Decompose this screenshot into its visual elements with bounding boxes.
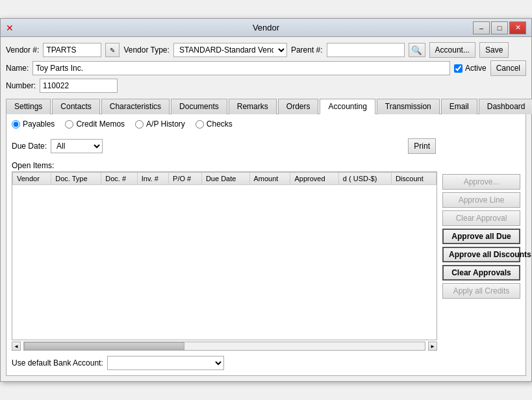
approve-all-due-btn[interactable]: Approve all Due	[442, 229, 520, 244]
radio-ap-history: A/P History	[135, 119, 185, 129]
print-button[interactable]: Print	[408, 138, 436, 154]
credit-memos-label: Credit Memos	[76, 119, 125, 129]
tab-accounting[interactable]: Accounting	[320, 99, 375, 114]
tab-email[interactable]: Email	[441, 99, 477, 114]
tabs-container: Settings Contacts Characteristics Docume…	[6, 98, 526, 114]
col-approved: Approved	[290, 173, 338, 185]
approve-btn[interactable]: Approve...	[442, 174, 520, 190]
due-date-label: Due Date:	[12, 142, 47, 151]
approve-all-discounts-btn[interactable]: Approve all Discounts	[442, 247, 520, 262]
radio-row: Payables Credit Memos A/P History Checks	[12, 119, 520, 129]
name-input[interactable]	[32, 61, 450, 75]
tab-dashboard[interactable]: Dashboard	[479, 99, 532, 114]
open-items-label: Open Items:	[12, 161, 437, 170]
active-checkbox-group: Active	[454, 64, 487, 73]
bank-account-select[interactable]	[107, 356, 224, 370]
col-due-date: Due Date	[201, 173, 249, 185]
main-window: ✕ Vendor – □ ✕ Vendor #: ✎ Vendor Type: …	[0, 18, 532, 382]
approve-line-btn[interactable]: Approve Line	[442, 192, 520, 208]
minimize-button[interactable]: –	[473, 21, 490, 34]
credit-memos-radio[interactable]	[65, 120, 73, 129]
tab-settings[interactable]: Settings	[6, 99, 51, 114]
app-icon: ✕	[6, 23, 14, 33]
title-bar: ✕ Vendor – □ ✕	[1, 19, 531, 37]
number-row: Number:	[6, 79, 526, 93]
name-label: Name:	[6, 64, 29, 73]
window-title: Vendor	[253, 23, 279, 32]
tab-documents[interactable]: Documents	[171, 99, 227, 114]
payables-label: Payables	[23, 119, 55, 129]
radio-checks: Checks	[196, 119, 233, 129]
parent-input[interactable]	[327, 43, 405, 57]
scrollbar-thumb	[24, 342, 184, 350]
active-label: Active	[465, 64, 487, 73]
table-header-row: Vendor Doc. Type Doc. # Inv. # P/O # Due…	[13, 173, 437, 185]
title-bar-controls: – □ ✕	[473, 21, 526, 34]
bank-account-label: Use default Bank Account:	[12, 358, 103, 368]
clear-approvals-btn[interactable]: Clear Approvals	[442, 265, 520, 281]
checks-label: Checks	[207, 119, 233, 129]
checks-radio[interactable]	[196, 120, 204, 129]
clear-approval-btn[interactable]: Clear Approval	[442, 210, 520, 226]
tab-contacts[interactable]: Contacts	[52, 99, 99, 114]
tab-transmission[interactable]: Transmission	[377, 99, 440, 114]
number-input[interactable]	[40, 79, 118, 93]
due-date-row: Due Date: All	[12, 139, 103, 153]
col-usd: d ( USD-$)	[338, 173, 391, 185]
cancel-button[interactable]: Cancel	[490, 60, 526, 76]
col-amount: Amount	[249, 173, 290, 185]
content-area: Vendor #: ✎ Vendor Type: STANDARD-Standa…	[1, 37, 531, 381]
bottom-row: Use default Bank Account:	[12, 356, 520, 370]
title-bar-left: ✕	[6, 23, 14, 33]
parent-search-button[interactable]: 🔍	[409, 43, 425, 57]
tab-orders[interactable]: Orders	[278, 99, 319, 114]
scroll-right-arrow[interactable]: ►	[428, 342, 437, 351]
active-checkbox[interactable]	[454, 64, 462, 73]
col-vendor: Vendor	[13, 173, 51, 185]
ap-history-label: A/P History	[146, 119, 185, 129]
col-inv-num: Inv. #	[137, 173, 168, 185]
button-panel: Approve... Approve Line Clear Approval A…	[442, 161, 520, 351]
vendor-type-label: Vendor Type:	[123, 45, 170, 55]
close-button[interactable]: ✕	[509, 21, 526, 34]
save-button[interactable]: Save	[479, 42, 509, 58]
number-label: Number:	[6, 81, 36, 90]
radio-payables: Payables	[12, 119, 55, 129]
open-items-table: Vendor Doc. Type Doc. # Inv. # P/O # Due…	[12, 172, 437, 185]
vendor-num-input[interactable]	[43, 43, 101, 57]
maximize-button[interactable]: □	[491, 21, 508, 34]
payables-radio[interactable]	[12, 120, 20, 129]
table-area: Open Items: Vendor Doc. Type Doc. # Inv.…	[12, 161, 437, 351]
col-doc-type: Doc. Type	[51, 173, 101, 185]
vendor-type-select[interactable]: STANDARD-Standard Vendor	[173, 43, 287, 57]
due-date-select[interactable]: All	[51, 139, 103, 153]
apply-all-credits-btn[interactable]: Apply all Credits	[442, 283, 520, 299]
main-panel: Payables Credit Memos A/P History Checks	[6, 114, 526, 376]
account-button[interactable]: Account...	[429, 42, 475, 58]
col-po-num: P/O #	[169, 173, 202, 185]
ap-history-radio[interactable]	[135, 120, 144, 129]
vendor-num-label: Vendor #:	[6, 45, 39, 55]
open-items-section: Open Items: Vendor Doc. Type Doc. # Inv.…	[12, 161, 520, 351]
col-doc-num: Doc. #	[101, 173, 137, 185]
radio-credit-memos: Credit Memos	[65, 119, 125, 129]
tab-remarks[interactable]: Remarks	[229, 99, 277, 114]
tab-characteristics[interactable]: Characteristics	[101, 99, 170, 114]
col-discount: Discount	[391, 173, 436, 185]
scrollbar-row: ◄ ►	[12, 342, 437, 351]
vendor-num-row: Vendor #: ✎ Vendor Type: STANDARD-Standa…	[6, 42, 526, 58]
horizontal-scrollbar[interactable]	[23, 342, 425, 351]
scroll-left-arrow[interactable]: ◄	[12, 342, 21, 351]
name-row: Name: Active Cancel	[6, 60, 526, 76]
vendor-num-edit-button[interactable]: ✎	[105, 43, 120, 57]
table-container: Vendor Doc. Type Doc. # Inv. # P/O # Due…	[12, 171, 437, 340]
parent-label: Parent #:	[291, 45, 323, 55]
